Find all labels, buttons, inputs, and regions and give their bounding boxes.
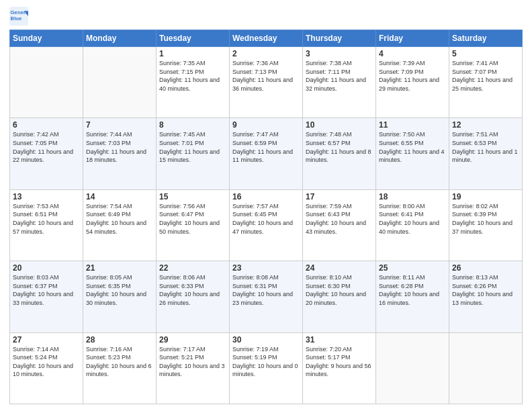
calendar-cell: 31Sunrise: 7:20 AMSunset: 5:17 PMDayligh… <box>303 332 376 404</box>
generalblue-logo-icon: General Blue <box>9 7 28 26</box>
day-number: 31 <box>306 335 373 345</box>
calendar-week-row: 20Sunrise: 8:03 AMSunset: 6:37 PMDayligh… <box>10 261 523 332</box>
day-number: 13 <box>13 192 80 201</box>
day-info: Sunrise: 7:50 AMSunset: 6:55 PMDaylight:… <box>379 130 446 164</box>
day-info: Sunrise: 7:39 AMSunset: 7:09 PMDaylight:… <box>379 59 446 93</box>
day-number: 15 <box>159 192 226 201</box>
day-number: 8 <box>159 120 226 130</box>
calendar-dow-thursday: Thursday <box>303 30 376 47</box>
day-info: Sunrise: 7:36 AMSunset: 7:13 PMDaylight:… <box>232 59 300 93</box>
day-info: Sunrise: 7:17 AMSunset: 5:21 PMDaylight:… <box>159 345 226 379</box>
calendar-cell: 1Sunrise: 7:35 AMSunset: 7:15 PMDaylight… <box>157 47 230 118</box>
calendar-cell: 22Sunrise: 8:06 AMSunset: 6:33 PMDayligh… <box>157 261 230 332</box>
calendar-cell: 6Sunrise: 7:42 AMSunset: 7:05 PMDaylight… <box>10 118 83 189</box>
calendar-cell: 4Sunrise: 7:39 AMSunset: 7:09 PMDaylight… <box>376 47 449 118</box>
day-info: Sunrise: 8:13 AMSunset: 6:26 PMDaylight:… <box>452 273 519 307</box>
calendar-cell: 25Sunrise: 8:11 AMSunset: 6:28 PMDayligh… <box>376 261 449 332</box>
day-number: 5 <box>452 49 519 58</box>
day-number: 1 <box>159 49 226 58</box>
calendar-cell: 16Sunrise: 7:57 AMSunset: 6:45 PMDayligh… <box>230 189 303 261</box>
calendar-cell <box>83 47 157 118</box>
day-info: Sunrise: 7:45 AMSunset: 7:01 PMDaylight:… <box>159 130 226 164</box>
day-number: 27 <box>13 335 80 345</box>
day-info: Sunrise: 7:54 AMSunset: 6:49 PMDaylight:… <box>86 202 153 236</box>
day-number: 12 <box>452 120 519 130</box>
day-info: Sunrise: 7:56 AMSunset: 6:47 PMDaylight:… <box>159 202 226 236</box>
calendar-cell: 3Sunrise: 7:38 AMSunset: 7:11 PMDaylight… <box>303 47 376 118</box>
day-info: Sunrise: 7:16 AMSunset: 5:23 PMDaylight:… <box>86 345 153 379</box>
day-info: Sunrise: 7:48 AMSunset: 6:57 PMDaylight:… <box>306 130 373 164</box>
header: General Blue <box>9 7 523 26</box>
calendar-cell: 2Sunrise: 7:36 AMSunset: 7:13 PMDaylight… <box>230 47 303 118</box>
day-number: 20 <box>13 263 80 273</box>
day-number: 30 <box>232 335 300 345</box>
day-info: Sunrise: 7:53 AMSunset: 6:51 PMDaylight:… <box>13 202 80 236</box>
calendar-cell: 30Sunrise: 7:19 AMSunset: 5:19 PMDayligh… <box>230 332 303 404</box>
calendar-week-row: 1Sunrise: 7:35 AMSunset: 7:15 PMDaylight… <box>10 47 523 118</box>
day-info: Sunrise: 8:08 AMSunset: 6:31 PMDaylight:… <box>232 273 300 307</box>
day-info: Sunrise: 7:20 AMSunset: 5:17 PMDaylight:… <box>306 345 373 379</box>
page: General Blue SundayMondayTuesdayWednesda… <box>0 0 532 411</box>
calendar-cell: 20Sunrise: 8:03 AMSunset: 6:37 PMDayligh… <box>10 261 83 332</box>
calendar-cell <box>10 47 83 118</box>
calendar-cell: 27Sunrise: 7:14 AMSunset: 5:24 PMDayligh… <box>10 332 83 404</box>
calendar-dow-wednesday: Wednesday <box>230 30 303 47</box>
calendar-cell: 28Sunrise: 7:16 AMSunset: 5:23 PMDayligh… <box>83 332 157 404</box>
calendar-cell <box>449 332 523 404</box>
calendar-cell: 10Sunrise: 7:48 AMSunset: 6:57 PMDayligh… <box>303 118 376 189</box>
logo: General Blue <box>9 7 31 26</box>
day-info: Sunrise: 7:42 AMSunset: 7:05 PMDaylight:… <box>13 130 80 164</box>
day-info: Sunrise: 7:41 AMSunset: 7:07 PMDaylight:… <box>452 59 519 93</box>
day-info: Sunrise: 8:03 AMSunset: 6:37 PMDaylight:… <box>13 273 80 307</box>
svg-text:Blue: Blue <box>11 15 23 21</box>
calendar-header-row: SundayMondayTuesdayWednesdayThursdayFrid… <box>10 30 523 47</box>
day-number: 10 <box>306 120 373 130</box>
calendar-dow-sunday: Sunday <box>10 30 83 47</box>
day-info: Sunrise: 7:35 AMSunset: 7:15 PMDaylight:… <box>159 59 226 93</box>
day-number: 26 <box>452 263 519 273</box>
day-number: 28 <box>86 335 153 345</box>
calendar-cell: 26Sunrise: 8:13 AMSunset: 6:26 PMDayligh… <box>449 261 523 332</box>
day-number: 14 <box>86 192 153 201</box>
day-info: Sunrise: 8:06 AMSunset: 6:33 PMDaylight:… <box>159 273 226 307</box>
day-number: 2 <box>232 49 300 58</box>
day-number: 17 <box>306 192 373 201</box>
calendar-cell <box>376 332 449 404</box>
day-info: Sunrise: 7:57 AMSunset: 6:45 PMDaylight:… <box>232 202 300 236</box>
calendar-cell: 9Sunrise: 7:47 AMSunset: 6:59 PMDaylight… <box>230 118 303 189</box>
calendar-dow-saturday: Saturday <box>449 30 523 47</box>
day-number: 19 <box>452 192 519 201</box>
day-info: Sunrise: 8:00 AMSunset: 6:41 PMDaylight:… <box>379 202 446 236</box>
day-info: Sunrise: 8:05 AMSunset: 6:35 PMDaylight:… <box>86 273 153 307</box>
day-number: 6 <box>13 120 80 130</box>
calendar-cell: 23Sunrise: 8:08 AMSunset: 6:31 PMDayligh… <box>230 261 303 332</box>
day-number: 3 <box>306 49 373 58</box>
calendar-dow-tuesday: Tuesday <box>157 30 230 47</box>
calendar-cell: 24Sunrise: 8:10 AMSunset: 6:30 PMDayligh… <box>303 261 376 332</box>
calendar-dow-monday: Monday <box>83 30 157 47</box>
day-info: Sunrise: 8:11 AMSunset: 6:28 PMDaylight:… <box>379 273 446 307</box>
day-number: 29 <box>159 335 226 345</box>
calendar-cell: 29Sunrise: 7:17 AMSunset: 5:21 PMDayligh… <box>157 332 230 404</box>
day-number: 18 <box>379 192 446 201</box>
day-number: 4 <box>379 49 446 58</box>
calendar-cell: 17Sunrise: 7:59 AMSunset: 6:43 PMDayligh… <box>303 189 376 261</box>
calendar-cell: 18Sunrise: 8:00 AMSunset: 6:41 PMDayligh… <box>376 189 449 261</box>
day-number: 21 <box>86 263 153 273</box>
calendar-cell: 11Sunrise: 7:50 AMSunset: 6:55 PMDayligh… <box>376 118 449 189</box>
day-info: Sunrise: 8:10 AMSunset: 6:30 PMDaylight:… <box>306 273 373 307</box>
calendar-cell: 21Sunrise: 8:05 AMSunset: 6:35 PMDayligh… <box>83 261 157 332</box>
day-number: 7 <box>86 120 153 130</box>
day-number: 16 <box>232 192 300 201</box>
day-info: Sunrise: 7:59 AMSunset: 6:43 PMDaylight:… <box>306 202 373 236</box>
calendar-cell: 5Sunrise: 7:41 AMSunset: 7:07 PMDaylight… <box>449 47 523 118</box>
day-number: 22 <box>159 263 226 273</box>
calendar-cell: 12Sunrise: 7:51 AMSunset: 6:53 PMDayligh… <box>449 118 523 189</box>
day-info: Sunrise: 7:14 AMSunset: 5:24 PMDaylight:… <box>13 345 80 379</box>
day-info: Sunrise: 7:47 AMSunset: 6:59 PMDaylight:… <box>232 130 300 164</box>
day-info: Sunrise: 7:44 AMSunset: 7:03 PMDaylight:… <box>86 130 153 164</box>
calendar-week-row: 27Sunrise: 7:14 AMSunset: 5:24 PMDayligh… <box>10 332 523 404</box>
day-info: Sunrise: 7:19 AMSunset: 5:19 PMDaylight:… <box>232 345 300 379</box>
day-info: Sunrise: 7:38 AMSunset: 7:11 PMDaylight:… <box>306 59 373 93</box>
day-number: 9 <box>232 120 300 130</box>
